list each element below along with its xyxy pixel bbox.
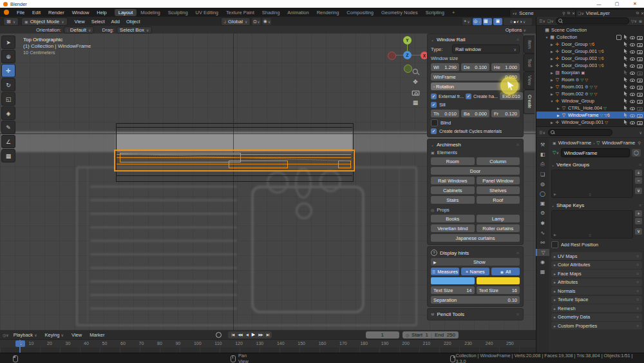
properties-editor-icon[interactable]: ☰∨ bbox=[539, 130, 545, 135]
outliner-row-scene-collection[interactable]: ▦Scene Collection bbox=[536, 26, 644, 34]
window-rail-header[interactable]: ⌄Window Rail≡ bbox=[431, 37, 520, 43]
cycles-materials-checkbox[interactable]: ✓ bbox=[431, 128, 437, 134]
workspace-tab-compositing[interactable]: Compositing bbox=[343, 9, 377, 16]
selectable-icon[interactable] bbox=[623, 49, 628, 54]
workspace-tab-sculpting[interactable]: Sculpting bbox=[164, 9, 192, 16]
sidebar-tab-item[interactable]: Item bbox=[524, 35, 535, 54]
next-keyframe-button[interactable]: ▶▶ bbox=[256, 333, 264, 337]
room-button[interactable]: Room bbox=[431, 157, 475, 165]
selectable-icon[interactable] bbox=[623, 56, 628, 61]
tab-physics[interactable]: ∿ bbox=[536, 230, 549, 237]
ortho-toggle-icon[interactable]: ▦ bbox=[411, 98, 420, 107]
sill-checkbox[interactable]: ✓ bbox=[431, 102, 437, 108]
shape-keys-list[interactable]: ▶ ≡ bbox=[551, 210, 633, 239]
marker-menu[interactable]: Marker bbox=[86, 332, 108, 338]
use-preview-range-icon[interactable]: ◷ bbox=[406, 333, 409, 337]
eye-icon[interactable] bbox=[630, 99, 635, 104]
selectable-icon[interactable] bbox=[623, 70, 628, 75]
timeline-ruler[interactable]: 1 1 102030405060708090100110120130140150… bbox=[0, 339, 536, 348]
outliner-row-window-group-001[interactable]: ▶✛Window_Group.001▽ bbox=[536, 119, 644, 126]
mode-selector[interactable]: ▣Object Mode∨ bbox=[21, 17, 67, 26]
jump-to-end-button[interactable]: ▶| bbox=[265, 333, 271, 337]
camera-icon[interactable] bbox=[637, 99, 643, 104]
jump-to-start-button[interactable]: |◀ bbox=[229, 333, 236, 337]
panel-texture-space[interactable]: ▸Texture Space≡ bbox=[551, 296, 642, 304]
play-button[interactable]: ▶ bbox=[250, 332, 256, 337]
venetian-blind-button[interactable]: Venetian blind bbox=[431, 224, 475, 232]
measures-toggle[interactable]: ☰Measures bbox=[431, 268, 459, 275]
all-toggle[interactable]: ◉All bbox=[491, 268, 520, 275]
camera-icon[interactable] bbox=[637, 84, 643, 90]
workspace-tab-layout[interactable]: Layout bbox=[115, 9, 137, 16]
sill-thickness-field[interactable]: Th0.010 bbox=[431, 110, 459, 117]
tool-move[interactable]: ✛ bbox=[1, 64, 15, 77]
tool-scale[interactable]: ◱ bbox=[1, 92, 15, 106]
eye-icon[interactable] bbox=[630, 77, 635, 83]
rail-windows-button[interactable]: Rail Windows bbox=[431, 177, 475, 184]
tool-select-box[interactable]: ➤ bbox=[1, 35, 15, 49]
gizmos-dropdown[interactable]: ⌖∨ bbox=[462, 18, 471, 25]
tab-render[interactable]: ◧ bbox=[536, 151, 549, 158]
filter-icon[interactable]: ▽∨ bbox=[631, 19, 637, 23]
shading-wireframe-icon[interactable]: ▣ bbox=[493, 18, 502, 25]
playback-menu[interactable]: Playback ∨ bbox=[10, 332, 41, 338]
tab-scene[interactable]: ◍ bbox=[536, 181, 549, 188]
camera-icon[interactable] bbox=[637, 77, 643, 83]
tool-transform[interactable]: ◈ bbox=[1, 106, 15, 120]
height-field[interactable]: He1.000 bbox=[491, 63, 520, 71]
stairs-button[interactable]: Stairs bbox=[431, 196, 475, 204]
editor-type-button[interactable]: ⊞∨ bbox=[3, 17, 19, 26]
shelves-button[interactable]: Shelves bbox=[477, 186, 520, 194]
transform-orientation[interactable]: ⅃Global∨ bbox=[221, 17, 251, 26]
selectable-icon[interactable] bbox=[623, 84, 628, 90]
tab-output[interactable]: ⎙ bbox=[536, 161, 549, 168]
depth-field[interactable]: De0.100 bbox=[461, 63, 489, 71]
gizmo-x-negative[interactable] bbox=[388, 52, 396, 60]
panel-geometry-data[interactable]: ▸Geometry Data≡ bbox=[551, 313, 642, 321]
eye-icon[interactable] bbox=[630, 106, 635, 111]
camera-icon[interactable] bbox=[637, 70, 643, 75]
gizmo-z-axis[interactable]: Z bbox=[403, 51, 412, 59]
minimize-button[interactable]: — bbox=[590, 2, 608, 6]
japanese-curtains-button[interactable]: Japanese curtains bbox=[431, 234, 520, 242]
view-menu[interactable]: View bbox=[71, 19, 88, 25]
roof-button[interactable]: Roof bbox=[477, 196, 520, 204]
column-button[interactable]: Column bbox=[477, 157, 520, 165]
camera-icon[interactable] bbox=[637, 92, 643, 97]
add-rest-position-checkbox[interactable]: ✓ bbox=[551, 241, 558, 248]
auto-keying-toggle[interactable] bbox=[216, 332, 222, 338]
camera-icon[interactable] bbox=[637, 63, 643, 68]
xray-toggle[interactable]: ▩∨ bbox=[483, 18, 492, 25]
close-button[interactable]: ✕ bbox=[626, 1, 644, 6]
tab-constraints[interactable]: ⚯ bbox=[536, 239, 549, 246]
external-frame-checkbox[interactable]: ✓ bbox=[431, 93, 437, 99]
workspace-tab-modeling[interactable]: Modeling bbox=[137, 9, 164, 16]
keying-menu[interactable]: Keying ∨ bbox=[42, 332, 67, 338]
view-layer-selector[interactable]: ❏∨ ViewLayer ⧉ ✕ bbox=[575, 9, 644, 17]
measure-color-swatch[interactable] bbox=[431, 277, 475, 284]
end-frame-field[interactable]: End 250 bbox=[435, 332, 455, 338]
orientation-dropdown[interactable]: ⁝Default∨ bbox=[64, 26, 95, 34]
properties-options-icon[interactable]: ∨ bbox=[639, 130, 642, 135]
vertex-groups-header[interactable]: ⌄Vertex Groups≡ bbox=[551, 161, 642, 168]
outliner-row-room-001[interactable]: ▶▽Room.001⚙▽▽ bbox=[536, 83, 644, 90]
add-vertex-group-button[interactable]: + bbox=[635, 170, 642, 176]
show-button[interactable]: ▶Show bbox=[431, 258, 520, 266]
eye-icon[interactable] bbox=[630, 92, 635, 97]
vertex-group-specials-button[interactable]: ∨ bbox=[635, 188, 642, 194]
selectable-icon[interactable] bbox=[623, 120, 628, 125]
start-frame-field[interactable]: Start 1 bbox=[412, 332, 428, 338]
eye-icon[interactable] bbox=[630, 113, 635, 118]
selectable-icon[interactable] bbox=[623, 106, 628, 111]
names-toggle[interactable]: aNames bbox=[461, 268, 489, 275]
selectable-icon[interactable] bbox=[623, 77, 628, 83]
new-layer-icon[interactable]: ⧉ bbox=[636, 11, 639, 15]
tab-object-data[interactable]: ▽ bbox=[536, 249, 549, 256]
timeline-editor-icon[interactable]: ◷∨ bbox=[3, 333, 9, 337]
options-dropdown[interactable]: Options ∨ bbox=[502, 27, 529, 33]
panel-uv-maps[interactable]: ▸UV Maps≡ bbox=[551, 252, 642, 260]
tool-add-cube[interactable]: ▦ bbox=[1, 149, 15, 162]
playhead[interactable] bbox=[19, 340, 21, 353]
selectable-icon[interactable] bbox=[623, 35, 628, 40]
panel-color-attributes[interactable]: ▸Color Attributes≡ bbox=[551, 261, 642, 269]
